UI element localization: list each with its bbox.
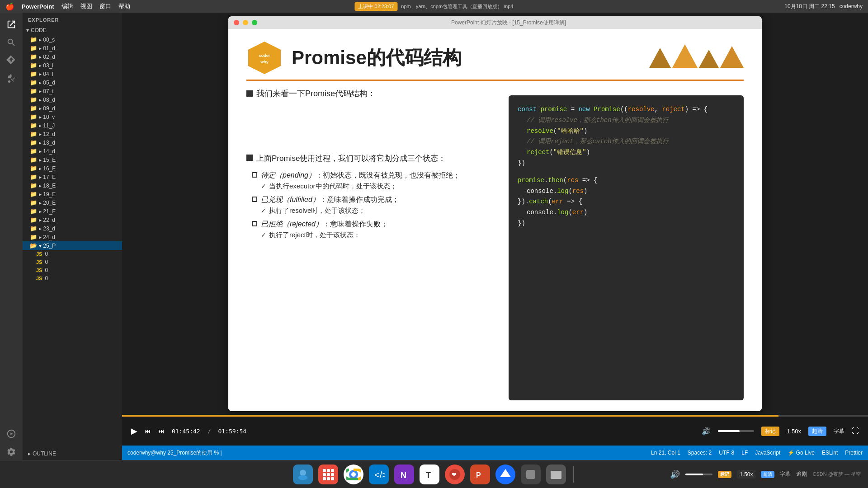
- taskbar-onenote[interactable]: N: [394, 465, 414, 484]
- class-status: 上课中 02:23:07: [354, 2, 397, 11]
- state-fulfilled: 已兑现（fulfilled）：意味着操作成功完成； ✓ 执行了resolve时，…: [252, 195, 495, 215]
- explorer-activity-icon[interactable]: [3, 16, 19, 33]
- js-file-0d[interactable]: JS 0: [23, 274, 122, 282]
- app-menu-powerpoint[interactable]: PowerPoint: [22, 3, 54, 10]
- folder-10[interactable]: 📁▸ 10_v: [23, 113, 122, 121]
- prev-button[interactable]: ⏮: [145, 427, 151, 435]
- subtitle-button[interactable]: 标记: [761, 427, 779, 436]
- js-file-0c[interactable]: JS 0: [23, 266, 122, 274]
- folder-14[interactable]: 📁▸ 14_d: [23, 147, 122, 155]
- search-activity-icon[interactable]: [3, 34, 19, 51]
- folder-02[interactable]: 📁▸ 02_d: [23, 52, 122, 61]
- maximize-button[interactable]: [252, 20, 257, 25]
- slide-body: 我们来看一下Promise代码结构： 上面Promise使用过程，我们可以将它划…: [246, 88, 744, 400]
- speed-button[interactable]: 1.50x: [787, 428, 801, 435]
- git-activity-icon[interactable]: [3, 52, 19, 69]
- svg-rect-11: [323, 477, 326, 480]
- taskbar-speed[interactable]: 1.50x: [737, 470, 755, 479]
- taskbar-badge-mark[interactable]: 标记: [718, 471, 731, 478]
- folder-08[interactable]: 📁▸ 08_d: [23, 95, 122, 104]
- menu-edit[interactable]: 编辑: [61, 2, 73, 10]
- caption-button[interactable]: 字幕: [834, 427, 844, 435]
- taskbar-app1[interactable]: ❤: [445, 465, 465, 484]
- state-rejected-text: 已拒绝（rejected）：意味着操作失败；: [261, 220, 388, 229]
- menu-window[interactable]: 窗口: [99, 2, 111, 10]
- extensions-activity-icon[interactable]: [3, 70, 19, 87]
- volume-button[interactable]: 🔊: [702, 427, 711, 436]
- folder-17[interactable]: 📁▸ 17_E: [23, 173, 122, 181]
- svg-marker-0: [248, 42, 281, 74]
- terminal-text: coderwhy@why 25_Promise的使用 % |: [127, 449, 222, 457]
- taskbar-subtitle[interactable]: 字幕: [780, 470, 791, 478]
- taskbar-tencent[interactable]: [495, 465, 515, 484]
- folder-24[interactable]: 📁▸ 24_d: [23, 233, 122, 241]
- apple-menu-icon[interactable]: 🍎: [5, 2, 14, 11]
- taskbar-typora[interactable]: T: [420, 465, 439, 484]
- volume-control-track[interactable]: [685, 474, 712, 475]
- taskbar-quality[interactable]: 超清: [761, 471, 774, 478]
- js-file-0b[interactable]: JS 0: [23, 258, 122, 266]
- fullscreen-button[interactable]: ⛶: [852, 427, 859, 435]
- taskbar-app2[interactable]: [521, 465, 541, 484]
- taskbar-finder[interactable]: [293, 465, 313, 484]
- video-filename: npm、yarn、cnpm包管理工具（直播回放版）.mp4: [401, 3, 513, 10]
- folder-22[interactable]: 📁▸ 22_d: [23, 216, 122, 224]
- window-titlebar: PowerPoint 幻灯片放映 - [15_Promise使用详解]: [228, 16, 762, 29]
- code-line-1: const promise = new Promise((resolve, re…: [518, 104, 735, 115]
- code-section-header[interactable]: ▾ CODE: [23, 25, 122, 35]
- folder-04[interactable]: 📁▸ 04_l: [23, 70, 122, 78]
- folder-05[interactable]: 📁▸ 05_d: [23, 78, 122, 87]
- svg-point-4: [298, 475, 307, 480]
- taskbar-vscode[interactable]: </>: [369, 465, 389, 484]
- folder-25[interactable]: 📂▾ 25_P: [23, 241, 122, 250]
- coderwhy-logo: coder why: [246, 40, 283, 76]
- quality-button[interactable]: 超清: [808, 427, 826, 436]
- minimize-button[interactable]: [243, 20, 248, 25]
- taskbar-chrome[interactable]: [344, 465, 363, 484]
- progress-bar-track[interactable]: [122, 415, 868, 417]
- taskbar-powerpoint[interactable]: P: [470, 465, 490, 484]
- svg-text:❤: ❤: [452, 471, 457, 478]
- folder-03[interactable]: 📁▸ 03_l: [23, 61, 122, 70]
- folder-21[interactable]: 📁▸ 21_E: [23, 207, 122, 216]
- next-button[interactable]: ⏭: [158, 427, 165, 435]
- run-activity-icon[interactable]: [3, 426, 19, 442]
- terminal-status-bar: coderwhy@why 25_Promise的使用 % | Ln 21, Co…: [122, 446, 868, 460]
- slide-title: Promise的代码结构: [292, 45, 462, 70]
- volume-slider[interactable]: [718, 430, 754, 432]
- folder-15[interactable]: 📁▸ 15_E: [23, 155, 122, 164]
- close-button[interactable]: [234, 20, 239, 25]
- js-file-0a[interactable]: JS 0: [23, 250, 122, 258]
- golive-info[interactable]: ⚡ Go Live: [788, 450, 815, 456]
- folder-01[interactable]: 📁▸ 01_d: [23, 44, 122, 52]
- check-icon-1: ✓: [261, 183, 266, 190]
- slide-header: coder why Promise的代码结构: [246, 40, 744, 76]
- folder-09[interactable]: 📁▸ 09_d: [23, 104, 122, 113]
- menu-help[interactable]: 帮助: [118, 2, 130, 10]
- folder-13[interactable]: 📁▸ 13_d: [23, 138, 122, 147]
- menu-view[interactable]: 视图: [80, 2, 92, 10]
- play-button[interactable]: ▶: [131, 426, 137, 436]
- svg-text:coder: coder: [259, 53, 270, 58]
- state-bullet-2: [252, 197, 257, 202]
- csdn-label: CSDN @夜梦 — 星空: [812, 471, 861, 478]
- taskbar-volume-icon[interactable]: 🔊: [670, 469, 680, 479]
- folder-00[interactable]: 📁▸ 00_s: [23, 35, 122, 44]
- taskbar-finder2[interactable]: [546, 465, 566, 484]
- svg-rect-24: [526, 470, 535, 479]
- taskbar-launchpad[interactable]: [318, 465, 338, 484]
- folder-16[interactable]: 📁▸ 16_E: [23, 164, 122, 173]
- folder-23[interactable]: 📁▸ 23_d: [23, 224, 122, 233]
- lf-info: LF: [741, 450, 748, 456]
- check-icon-2: ✓: [261, 207, 266, 214]
- section-label: CODE: [31, 27, 47, 33]
- folder-20[interactable]: 📁▸ 20_E: [23, 198, 122, 207]
- folder-18[interactable]: 📁▸ 18_E: [23, 181, 122, 190]
- folder-07[interactable]: 📁▸ 07_t: [23, 87, 122, 95]
- settings-activity-icon[interactable]: [3, 444, 19, 460]
- folder-12[interactable]: 📁▸ 12_d: [23, 130, 122, 138]
- outline-bar[interactable]: ▸ OUTLINE: [23, 447, 122, 460]
- taskbar-follow[interactable]: 追剧: [796, 470, 807, 478]
- folder-11[interactable]: 📁▸ 11_J: [23, 121, 122, 130]
- folder-19[interactable]: 📁▸ 19_E: [23, 190, 122, 198]
